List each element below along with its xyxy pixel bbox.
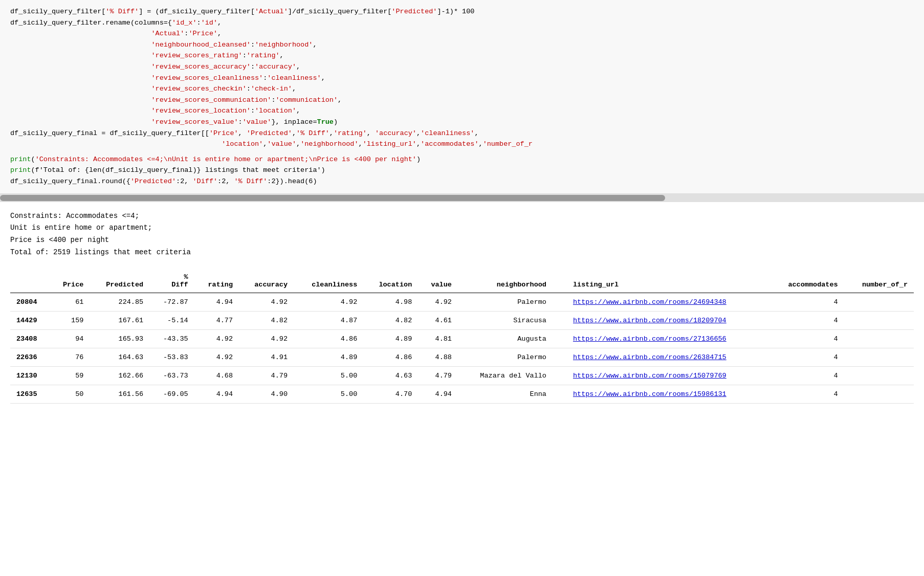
td-cell: 5.00 <box>294 385 363 403</box>
th-predicted: Predicted <box>90 271 149 293</box>
td-cell: 4.77 <box>194 311 239 329</box>
td-cell: 4.91 <box>239 348 294 366</box>
td-url: https://www.airbnb.com/rooms/24694348 <box>553 293 769 311</box>
code-line-6: 'review_scores_accuracy':'accuracy', <box>10 61 914 73</box>
code-line-2: df_sicily_query_filter.rename(columns={'… <box>10 17 914 29</box>
td-cell: 76 <box>50 348 90 366</box>
td-cell: 164.63 <box>90 348 149 366</box>
td-url: https://www.airbnb.com/rooms/15986131 <box>553 385 769 403</box>
td-cell: 161.56 <box>90 385 149 403</box>
td-cell <box>844 293 914 311</box>
th-listing-url: listing_url <box>553 271 769 293</box>
table-row: 14429159167.61-5.144.774.824.874.824.61S… <box>10 311 914 329</box>
td-cell: 4.92 <box>418 293 458 311</box>
td-cell: 165.93 <box>90 329 149 348</box>
td-cell: 4.86 <box>294 329 363 348</box>
td-cell <box>844 348 914 366</box>
th-rating: rating <box>194 271 239 293</box>
td-cell: 224.85 <box>90 293 149 311</box>
td-index: 20804 <box>10 293 50 311</box>
td-cell: 94 <box>50 329 90 348</box>
th-price: Price <box>50 271 90 293</box>
td-cell: -72.87 <box>149 293 194 311</box>
td-cell: 4.70 <box>363 385 418 403</box>
code-line-8: 'review_scores_checkin':'check-in', <box>10 83 914 95</box>
td-cell: 4.82 <box>239 311 294 329</box>
td-cell: Siracusa <box>458 311 553 329</box>
code-line-12: df_sicily_query_final = df_sicily_query_… <box>10 128 914 139</box>
td-cell: 4 <box>769 385 844 403</box>
td-url: https://www.airbnb.com/rooms/15079769 <box>553 366 769 385</box>
td-cell: 4.94 <box>194 385 239 403</box>
data-table-wrapper: Price Predicted %Diff rating accuracy cl… <box>10 271 914 404</box>
th-neighborhood: neighborhood <box>458 271 553 293</box>
listing-url-link[interactable]: https://www.airbnb.com/rooms/27136656 <box>573 335 727 343</box>
listing-url-link[interactable]: https://www.airbnb.com/rooms/15079769 <box>573 372 727 380</box>
td-url: https://www.airbnb.com/rooms/26384715 <box>553 348 769 366</box>
th-number-of-r: number_of_r <box>844 271 914 293</box>
td-cell: Enna <box>458 385 553 403</box>
th-cleanliness: cleanliness <box>294 271 363 293</box>
th-accommodates: accommodates <box>769 271 844 293</box>
listing-url-link[interactable]: https://www.airbnb.com/rooms/15986131 <box>573 390 727 398</box>
td-cell: 4.92 <box>239 329 294 348</box>
output-section: Constraints: Accommodates <=4; Unit is e… <box>0 202 924 404</box>
constraints-output: Constraints: Accommodates <=4; Unit is e… <box>10 210 914 259</box>
td-cell: 4.87 <box>294 311 363 329</box>
td-url: https://www.airbnb.com/rooms/27136656 <box>553 329 769 348</box>
code-line-16: df_sicily_query_final.round({'Predicted'… <box>10 176 914 187</box>
td-cell: 4.88 <box>418 348 458 366</box>
code-line-4: 'neighbourhood_cleansed':'neighborhood', <box>10 39 914 51</box>
td-cell: 4.92 <box>294 293 363 311</box>
th-value: value <box>418 271 458 293</box>
td-cell: 4.81 <box>418 329 458 348</box>
td-cell: 4.92 <box>194 329 239 348</box>
code-block: df_sicily_query_filter['% Diff'] = (df_s… <box>0 0 924 194</box>
td-cell: 4.92 <box>194 348 239 366</box>
td-cell: Mazara del Vallo <box>458 366 553 385</box>
td-url: https://www.airbnb.com/rooms/18209704 <box>553 311 769 329</box>
td-index: 12635 <box>10 385 50 403</box>
td-cell: 4.68 <box>194 366 239 385</box>
listing-url-link[interactable]: https://www.airbnb.com/rooms/24694348 <box>573 298 727 306</box>
td-cell: 167.61 <box>90 311 149 329</box>
td-cell: 4.90 <box>239 385 294 403</box>
td-cell: 4 <box>769 329 844 348</box>
td-index: 12130 <box>10 366 50 385</box>
horizontal-scrollbar[interactable] <box>0 194 924 202</box>
td-cell: 4.92 <box>239 293 294 311</box>
listing-url-link[interactable]: https://www.airbnb.com/rooms/26384715 <box>573 353 727 361</box>
td-cell: 59 <box>50 366 90 385</box>
td-cell: 4 <box>769 311 844 329</box>
th-index <box>10 271 50 293</box>
table-row: 1213059162.66-63.734.684.795.004.634.79M… <box>10 366 914 385</box>
code-line-14: print('Constraints: Accommodates <=4;\nU… <box>10 154 914 165</box>
td-cell: Palermo <box>458 293 553 311</box>
code-line-10: 'review_scores_location':'location', <box>10 105 914 117</box>
data-table: Price Predicted %Diff rating accuracy cl… <box>10 271 914 404</box>
td-cell: -43.35 <box>149 329 194 348</box>
td-cell: 4.86 <box>363 348 418 366</box>
td-cell: -53.83 <box>149 348 194 366</box>
th-pctdiff: %Diff <box>149 271 194 293</box>
td-cell: 50 <box>50 385 90 403</box>
code-line-15: print(f'Total of: {len(df_sicily_query_f… <box>10 165 914 176</box>
td-cell: 4.63 <box>363 366 418 385</box>
td-cell <box>844 366 914 385</box>
code-line-1: df_sicily_query_filter['% Diff'] = (df_s… <box>10 6 914 17</box>
td-cell: 4.98 <box>363 293 418 311</box>
td-cell: 4 <box>769 348 844 366</box>
td-cell: 4.89 <box>363 329 418 348</box>
td-cell: 4.94 <box>418 385 458 403</box>
code-line-3: 'Actual':'Price', <box>10 28 914 39</box>
code-line-11: 'review_scores_value':'value'}, inplace=… <box>10 117 914 128</box>
td-cell <box>844 311 914 329</box>
table-row: 1263550161.56-69.054.944.905.004.704.94E… <box>10 385 914 403</box>
code-line-13: 'location','value','neighborhood','listi… <box>10 139 914 150</box>
table-row: 2263676164.63-53.834.924.914.894.864.88P… <box>10 348 914 366</box>
listing-url-link[interactable]: https://www.airbnb.com/rooms/18209704 <box>573 317 727 324</box>
td-cell: -69.05 <box>149 385 194 403</box>
scrollbar-thumb[interactable] <box>0 195 665 201</box>
table-header-row: Price Predicted %Diff rating accuracy cl… <box>10 271 914 293</box>
td-index: 22636 <box>10 348 50 366</box>
